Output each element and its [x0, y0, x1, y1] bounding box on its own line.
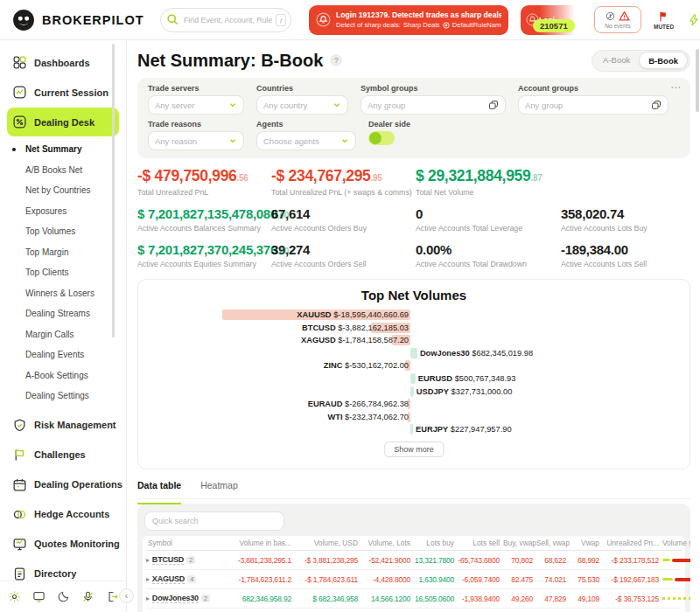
mute-icon[interactable]: [81, 590, 94, 603]
filter-value: Any server: [155, 101, 228, 110]
column-header-unrealized-pn[interactable]: Unrealized Pn...: [603, 539, 662, 547]
filter-agents-select[interactable]: Choose agents: [256, 131, 356, 150]
kpi-label: Active Accounts Total Leverage: [416, 224, 561, 233]
column-header-volume-se[interactable]: Volume se...: [662, 539, 690, 547]
filter-label: Account groups: [518, 84, 668, 93]
chart-bar-xauusd[interactable]: XAUUSD $-18,595,440,660.69: [138, 309, 690, 322]
table-row-btcusd[interactable]: ▸ BTCUSD 2-3,881,238,295.1-$ 3,881,238,2…: [146, 551, 682, 570]
chart-bar-wti[interactable]: WTI $-232,374,062.70: [138, 411, 690, 424]
column-header-vwap[interactable]: Vwap: [570, 539, 603, 547]
expand-chevron-icon[interactable]: ▸: [146, 595, 150, 602]
hedge-icon: [12, 507, 27, 522]
tab-heatmap[interactable]: Heatmap: [200, 480, 238, 498]
no-events-chip[interactable]: No events: [594, 6, 641, 33]
symbol-link[interactable]: BTCUSD: [152, 555, 184, 565]
column-header-volume-in-bas[interactable]: Volume in bas...: [225, 539, 295, 547]
symbol-cell[interactable]: ▸ DowJones30 2: [146, 594, 225, 603]
help-icon[interactable]: ?: [330, 54, 342, 66]
sidebar-subitem-top-clients[interactable]: Top Clients: [0, 262, 126, 283]
filter-trade-servers-select[interactable]: Any server: [148, 95, 244, 115]
sharp-deal-alert[interactable]: Login 1912379. Detected trades as sharp …: [309, 5, 508, 35]
chart-bar-btcusd[interactable]: BTCUSD $-3,882,162,185.03: [138, 322, 690, 335]
sidebar-item-dealing-operations[interactable]: Dealing Operations: [7, 470, 119, 499]
search-input[interactable]: [160, 8, 291, 32]
sidebar-subitem-net-summary[interactable]: Net Summary: [0, 139, 126, 160]
book-tab-a-book[interactable]: A-Book: [594, 52, 639, 69]
chart-title: Top Net Volumes: [138, 288, 690, 303]
expand-chevron-icon[interactable]: ▸: [146, 556, 150, 564]
sidebar-subitem-dealing-settings[interactable]: Dealing Settings: [0, 386, 126, 407]
symbol-link[interactable]: DowJones30: [152, 594, 199, 603]
chart-bar-xagusd[interactable]: XAGUSD $-1,784,158,587.20: [138, 334, 690, 347]
logout-icon[interactable]: [106, 590, 119, 603]
chart-bar-zinc[interactable]: ZINC $-530,162,702.00: [138, 359, 690, 372]
chart-bar-euraud[interactable]: EURAUD $-266,784,962.38: [138, 398, 690, 411]
sidebar-subitem-a-b-books-net[interactable]: A/B Books Net: [0, 160, 126, 181]
sidebar-item-hedge-accounts[interactable]: Hedge Accounts: [7, 500, 119, 529]
sidebar-subitem-dealing-events[interactable]: Dealing Events: [0, 344, 126, 365]
sidebar-subitem-top-margin[interactable]: Top Margin: [0, 242, 126, 263]
column-header-lots-sell[interactable]: Lots sell: [458, 539, 503, 547]
column-header-volume-usd[interactable]: Volume, USD: [295, 539, 361, 547]
filter-account-groups-select[interactable]: Any group: [518, 95, 668, 115]
sidebar-scrollbar[interactable]: [112, 44, 115, 337]
book-tab-b-book[interactable]: B-Book: [639, 52, 688, 69]
chart-bar-usdjpy[interactable]: USDJPY $327,731,000.00: [138, 386, 690, 399]
column-header-symbol[interactable]: Symbol: [146, 539, 225, 547]
chevron-down-icon: [332, 101, 341, 109]
tab-data-table[interactable]: Data table: [137, 480, 181, 498]
collapsing-alert[interactable]: Logi 210571: [521, 5, 575, 35]
muted-flag-button[interactable]: MUTED: [654, 10, 674, 30]
sidebar-collapse-button[interactable]: ‹: [119, 588, 134, 603]
sidebar-item-dealing-desk[interactable]: Dealing Desk: [7, 108, 119, 136]
kpi-value: 0.00%: [416, 242, 561, 257]
sidebar-subitem-net-by-countries[interactable]: Net by Countries: [0, 180, 126, 201]
table-row-xagusd[interactable]: ▸ XAGUSD 4-1,784,623,611.2-$ 1,784,623,6…: [146, 570, 682, 589]
display-icon[interactable]: [32, 590, 46, 603]
cell: 49,109: [570, 595, 603, 603]
sidebar-subitem-a-book-settings[interactable]: A-Book Settings: [0, 365, 126, 386]
sidebar-item-risk-management[interactable]: Risk Management: [7, 411, 119, 440]
chart-bar-eurusd[interactable]: EURUSD $500,767,348.93: [138, 372, 690, 386]
chart-bar-dowjones30[interactable]: DowJones30 $682,345,019.98: [138, 347, 690, 360]
chevron-down-icon: [228, 101, 237, 109]
sidebar-item-dashboards[interactable]: Dashboards: [7, 48, 119, 77]
kpi-value: -$ 234,767,295.95: [271, 167, 416, 185]
sidebar-item-challenges[interactable]: Challenges: [7, 441, 119, 469]
quick-search-input[interactable]: [144, 511, 284, 531]
sidebar-subitem-margin-calls[interactable]: Margin Calls: [0, 324, 126, 345]
filter-trade-reasons: Trade reasons Any reason: [148, 120, 244, 150]
settings-icon[interactable]: [8, 590, 21, 603]
sidebar-item-current-session[interactable]: Current Session: [7, 78, 119, 107]
filters-menu-icon[interactable]: ⋯: [670, 81, 682, 94]
symbol-cell[interactable]: ▸ BTCUSD 2: [146, 555, 225, 565]
column-header-lots-buy[interactable]: Lots buy: [414, 539, 458, 547]
symbol-link[interactable]: XAGUSD: [152, 574, 185, 584]
dark-mode-icon[interactable]: [57, 590, 70, 603]
alert-rule-type: Sharp Deals: [403, 21, 440, 29]
sidebar-item-quotes-monitoring[interactable]: Quotes Monitoring: [7, 530, 119, 559]
sidebar-subitem-top-volumes[interactable]: Top Volumes: [0, 221, 126, 242]
column-header-volume-lots[interactable]: Volume, Lots: [361, 539, 414, 547]
sidebar-item-label: Dealing Desk: [34, 117, 94, 128]
show-more-button[interactable]: Show more: [384, 442, 444, 457]
column-header-buy-vwap[interactable]: Buy, vwap: [503, 539, 536, 547]
filter-countries-select[interactable]: Any country: [256, 95, 348, 115]
filter-symbol-groups-select[interactable]: Any group: [360, 95, 506, 115]
global-search: /: [160, 8, 291, 32]
page-scrollbar[interactable]: [696, 49, 699, 112]
sidebar-subitem-winners-losers[interactable]: Winners & Losers: [0, 283, 126, 304]
dealer-side-toggle[interactable]: [368, 131, 395, 145]
chart-bar-label: USDJPY $327,731,000.00: [416, 387, 513, 396]
symbol-cell[interactable]: ▸ XAGUSD 4: [146, 574, 225, 584]
filter-trade-reasons-select[interactable]: Any reason: [148, 131, 244, 150]
table-row-dowjones30[interactable]: ▸ DowJones30 2682,346,958.92$ 682,346,95…: [146, 589, 682, 609]
column-header-sell-vwap[interactable]: Sell, vwap: [536, 539, 570, 547]
sidebar-subitem-exposures[interactable]: Exposures: [0, 201, 126, 222]
table-row-wti[interactable]: ▸ WTI 2-232,398,300.40-$ 232,398,300-2,4…: [146, 609, 682, 612]
flash-bolt-icon[interactable]: [688, 12, 700, 28]
sidebar-subitem-dealing-streams[interactable]: Dealing Streams: [0, 303, 126, 324]
no-events-label: No events: [605, 23, 630, 29]
chart-bar-eurjpy[interactable]: EURJPY $227,947,957.90: [138, 423, 690, 436]
expand-chevron-icon[interactable]: ▸: [146, 575, 150, 583]
